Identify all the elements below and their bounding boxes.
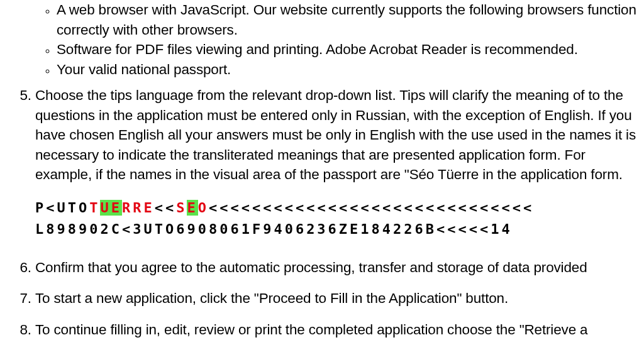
instructions-page: A web browser with JavaScript. Our websi…: [0, 0, 644, 362]
list-item: To continue filling in, edit, review or …: [35, 320, 644, 340]
mrz-block: P<UTOTUERRE<<SEO<<<<<<<<<<<<<<<<<<<<<<<<…: [35, 197, 644, 240]
body-text: To start a new application, click the "P…: [35, 290, 508, 306]
list-item: Software for PDF files viewing and print…: [57, 40, 644, 60]
mrz-text: T: [89, 200, 100, 216]
numbered-list: A web browser with JavaScript. Our websi…: [0, 0, 644, 339]
mrz-highlight: E: [187, 200, 197, 216]
list-item: Choose the tips language from the releva…: [35, 85, 644, 240]
mrz-line-1: P<UTOTUERRE<<SEO<<<<<<<<<<<<<<<<<<<<<<<<…: [35, 200, 534, 216]
body-text: Choose the tips language from the releva…: [35, 87, 636, 182]
body-text: Software for PDF files viewing and print…: [57, 41, 578, 57]
mrz-line-2: L898902C<3UTO6908061F9406236ZE184226B<<<…: [35, 221, 513, 237]
list-item: To start a new application, click the "P…: [35, 288, 644, 309]
list-item: A web browser with JavaScript. Our websi…: [57, 0, 644, 40]
mrz-text: P<UTO: [35, 200, 89, 216]
body-text: A web browser with JavaScript. Our websi…: [57, 2, 636, 38]
mrz-text: O: [198, 200, 209, 216]
mrz-red: TUERRE: [89, 200, 155, 216]
mrz-highlight: UE: [100, 200, 122, 216]
list-item: Your valid national passport.: [57, 60, 644, 80]
mrz-text: RRE: [122, 200, 155, 216]
mrz-text: <<: [155, 200, 177, 216]
mrz-text: <<<<<<<<<<<<<<<<<<<<<<<<<<<<<<: [209, 200, 534, 216]
body-text: Your valid national passport.: [57, 62, 231, 77]
body-text: Confirm that you agree to the automatic …: [35, 260, 587, 275]
body-text: To continue filling in, edit, review or …: [35, 322, 587, 337]
sub-bullet-list: A web browser with JavaScript. Our websi…: [35, 0, 644, 79]
list-item: Confirm that you agree to the automatic …: [35, 258, 644, 278]
list-item: A web browser with JavaScript. Our websi…: [35, 0, 644, 79]
mrz-text: S: [176, 200, 187, 216]
mrz-red: SEO: [176, 200, 209, 216]
